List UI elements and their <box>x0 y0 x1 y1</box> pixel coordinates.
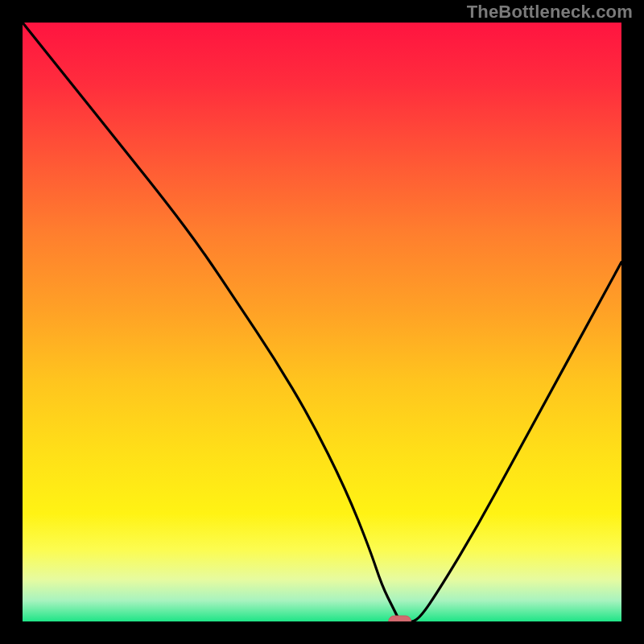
watermark-text: TheBottleneck.com <box>467 2 633 23</box>
gradient-bg <box>23 23 621 621</box>
chart-svg <box>0 0 644 644</box>
plot-area <box>11 11 633 633</box>
chart-frame: TheBottleneck.com <box>0 0 644 644</box>
